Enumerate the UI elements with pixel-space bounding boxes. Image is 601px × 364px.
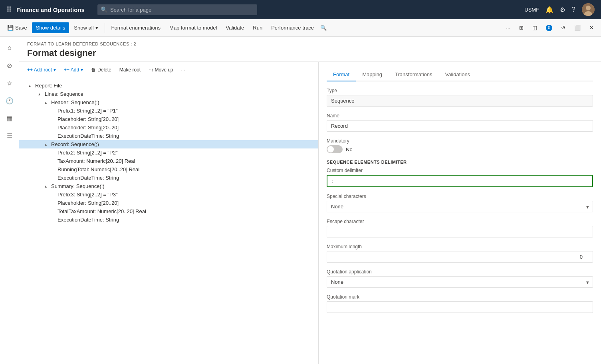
trash-icon: 🗑 — [91, 67, 96, 73]
user-label: USMF — [524, 7, 539, 13]
open-new-button[interactable]: ⬜ — [570, 22, 585, 33]
tree-node-summary[interactable]: ▴ Summary: Sequence(;) — [19, 182, 318, 190]
type-label: Type — [327, 88, 593, 93]
tree-node-placeholder1[interactable]: Placeholder: String[20..20] — [19, 115, 318, 123]
grid-icon-button[interactable]: ⊞ — [515, 22, 528, 33]
search-input[interactable] — [97, 4, 257, 15]
add-button[interactable]: + + Add ▾ — [61, 65, 86, 75]
tab-format[interactable]: Format — [327, 68, 356, 81]
chevron-down-icon: ▾ — [95, 25, 98, 31]
custom-delimiter-label: Custom delimiter — [327, 168, 593, 173]
performance-trace-button[interactable]: Performance trace — [267, 22, 318, 33]
show-details-button[interactable]: Show details — [32, 22, 69, 33]
tree-node-placeholder2[interactable]: Placeholder: String[20..20] — [19, 123, 318, 132]
validate-button[interactable]: Validate — [222, 22, 248, 33]
tab-transformations[interactable]: Transformations — [389, 68, 438, 81]
node-text: TotalTaxAmount: Numeric[20..20] Real — [58, 208, 315, 214]
max-length-label: Maximum length — [327, 244, 593, 249]
more-options-button[interactable]: ··· — [502, 22, 514, 33]
quotation-app-select[interactable]: None All fields String fields only — [327, 276, 593, 288]
tree-node-prefix1[interactable]: Prefix1: String[2..2] = "P1" — [19, 107, 318, 115]
special-chars-select[interactable]: None Tab Comma — [327, 201, 593, 212]
name-label: Name — [327, 113, 593, 119]
move-up-button[interactable]: ↑ ↑ Move up — [145, 65, 176, 75]
tree-node-taxamount[interactable]: TaxAmount: Numeric[20..20] Real — [19, 157, 318, 165]
sidebar-item-star[interactable]: ☆ — [2, 75, 18, 91]
tree-node-execdt1[interactable]: ExecutionDateTime: String — [19, 132, 318, 140]
quotation-app-field-group: Quotation application None All fields St… — [327, 269, 593, 288]
node-text: Header: Sequence(;) — [51, 99, 315, 105]
tree-node-header[interactable]: ▴ Header: Sequence(;) — [19, 98, 318, 107]
run-button[interactable]: Run — [249, 22, 266, 33]
custom-delimiter-input[interactable] — [327, 175, 593, 187]
make-root-button[interactable]: Make root — [116, 65, 144, 75]
mandatory-toggle-container: No — [327, 145, 593, 153]
action-bar-right: ··· ⊞ ◫ 0 ↺ ⬜ ✕ — [502, 22, 598, 34]
delete-button[interactable]: 🗑 Delete — [88, 65, 115, 75]
tree-node-runningtotal[interactable]: RunningTotal: Numeric[20..20] Real — [19, 165, 318, 174]
type-value: Sequence — [327, 95, 593, 107]
sidebar-item-filter[interactable]: ⊘ — [2, 57, 18, 73]
settings-icon[interactable]: ⚙ — [560, 6, 565, 14]
quotation-mark-label: Quotation mark — [327, 294, 593, 300]
node-text: Summary: Sequence(;) — [51, 183, 315, 189]
refresh-button[interactable]: ↺ — [557, 22, 569, 33]
mandatory-toggle[interactable] — [327, 145, 343, 153]
name-input[interactable] — [327, 120, 593, 132]
sidebar-item-home[interactable]: ⌂ — [2, 40, 18, 56]
map-format-button[interactable]: Map format to model — [165, 22, 221, 33]
expand-icon: ▴ — [29, 83, 35, 88]
badge-button[interactable]: 0 — [542, 22, 556, 34]
svg-point-1 — [586, 6, 591, 10]
mandatory-field-group: Mandatory No — [327, 138, 593, 153]
avatar[interactable] — [582, 3, 595, 16]
escape-char-label: Escape character — [327, 219, 593, 224]
escape-char-field-group: Escape character — [327, 219, 593, 237]
node-text: Placeholder: String[20..20] — [58, 200, 315, 206]
max-length-input[interactable] — [327, 251, 593, 263]
more-tree-button[interactable]: ··· — [178, 65, 188, 75]
format-enumerations-button[interactable]: Format enumerations — [107, 22, 165, 33]
save-icon: 💾 — [7, 25, 14, 31]
tree-node-placeholder3[interactable]: Placeholder: String[20..20] — [19, 199, 318, 207]
sidebar-item-recent[interactable]: 🕐 — [2, 93, 18, 109]
node-text: ExecutionDateTime: String — [58, 175, 315, 181]
tree-node-record[interactable]: ▴ Record: Sequence(;) — [19, 140, 318, 148]
search-icon: 🔍 — [101, 6, 107, 13]
node-text: Record: Sequence(;) — [51, 141, 315, 147]
plus-icon: + — [27, 67, 30, 73]
divider — [105, 23, 105, 33]
tab-validations[interactable]: Validations — [438, 68, 476, 81]
tree-node-execdt2[interactable]: ExecutionDateTime: String — [19, 174, 318, 182]
node-text: ExecutionDateTime: String — [58, 133, 315, 139]
properties-tabs: Format Mapping Transformations Validatio… — [327, 68, 593, 81]
mandatory-label: Mandatory — [327, 138, 593, 144]
expand-icon: ▴ — [45, 100, 51, 105]
waffle-icon[interactable]: ⠿ — [6, 5, 12, 14]
node-text: Prefix3: String[2..2] = "P3" — [58, 192, 315, 198]
help-icon[interactable]: ? — [572, 6, 575, 13]
sidebar-item-list[interactable]: ☰ — [2, 128, 18, 144]
close-button[interactable]: ✕ — [585, 22, 598, 33]
apps-icon-button[interactable]: ◫ — [528, 22, 541, 33]
show-all-button[interactable]: Show all ▾ — [70, 22, 102, 33]
tree-node-prefix2[interactable]: Prefix2: String[2..2] = "P2" — [19, 148, 318, 157]
quotation-mark-input[interactable] — [327, 301, 593, 313]
tree-node-lines[interactable]: ▴ Lines: Sequence — [19, 90, 318, 98]
add-root-button[interactable]: + + Add root ▾ — [24, 65, 59, 75]
tree-node-prefix3[interactable]: Prefix3: String[2..2] = "P3" — [19, 190, 318, 199]
plus-icon2: + — [64, 67, 67, 73]
sidebar-item-grid[interactable]: ▦ — [2, 110, 18, 126]
tree-node-report[interactable]: ▴ Report: File — [19, 81, 318, 90]
search-action-icon[interactable]: 🔍 — [320, 25, 327, 31]
tree-node-execdt3[interactable]: ExecutionDateTime: String — [19, 216, 318, 224]
tab-mapping[interactable]: Mapping — [356, 68, 389, 81]
notification-icon[interactable]: 🔔 — [545, 6, 553, 14]
tree-node-totaltax[interactable]: TotalTaxAmount: Numeric[20..20] Real — [19, 207, 318, 216]
escape-char-input[interactable] — [327, 226, 593, 237]
quotation-mark-field-group: Quotation mark — [327, 294, 593, 313]
top-navigation: ⠿ Finance and Operations 🔍 USMF 🔔 ⚙ ? — [0, 0, 601, 19]
page-title: Format designer — [27, 48, 593, 58]
chevron-down-icon: ▾ — [54, 67, 56, 73]
save-button[interactable]: 💾 Save — [3, 22, 31, 33]
